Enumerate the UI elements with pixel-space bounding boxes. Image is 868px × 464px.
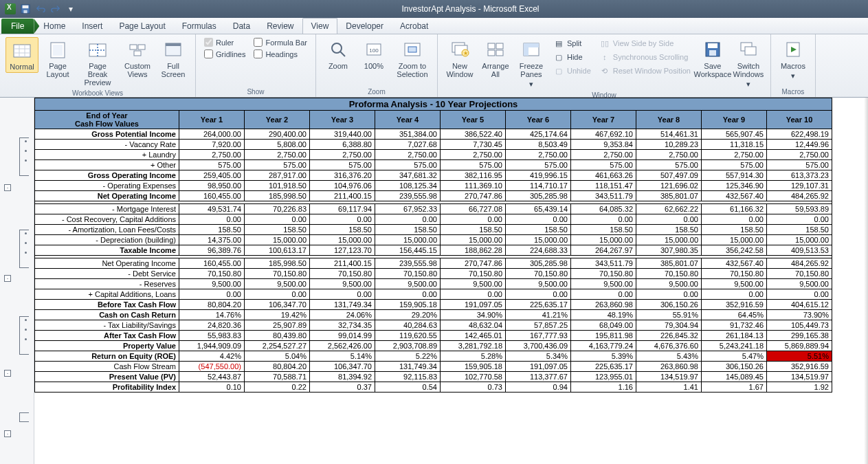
- custom-views-button[interactable]: Custom Views: [121, 37, 154, 80]
- hide-button[interactable]: ▢Hide: [550, 51, 594, 63]
- group-window: ★ New Window Arrange All Freeze Panes ▾ …: [438, 34, 771, 97]
- svg-rect-36: [708, 43, 717, 48]
- view-side-by-side-button[interactable]: ▯▯View Side by Side: [597, 37, 693, 49]
- save-workspace-button[interactable]: Save Workspace: [696, 37, 729, 80]
- reset-window-pos-button[interactable]: ⟲Reset Window Position: [597, 65, 693, 77]
- svg-rect-1: [23, 5, 29, 8]
- ribbon-tabs: File Home Insert Page Layout Formulas Da…: [0, 18, 868, 34]
- zoom-icon: [327, 38, 349, 60]
- ruler-checkbox[interactable]: Ruler: [201, 37, 248, 47]
- svg-rect-34: [524, 43, 528, 56]
- split-icon: ▤: [553, 38, 564, 49]
- reset-pos-icon: ⟲: [599, 65, 610, 76]
- zoom-100-icon: 100: [363, 38, 385, 60]
- sync-scroll-icon: ↕: [599, 52, 610, 63]
- svg-rect-9: [53, 45, 63, 56]
- group-show: Ruler Gridlines Formula Bar Headings Sho…: [196, 34, 316, 97]
- svg-rect-23: [408, 47, 416, 52]
- side-by-side-icon: ▯▯: [599, 38, 610, 49]
- switch-windows-button[interactable]: Switch Windows ▾: [732, 37, 765, 90]
- svg-rect-14: [138, 45, 145, 49]
- page-layout-icon: [47, 38, 69, 60]
- normal-view-icon: [11, 39, 33, 61]
- window-title: InvestorApt Analysis - Microsoft Excel: [77, 4, 864, 14]
- macros-button[interactable]: Macros ▾: [777, 37, 810, 82]
- svg-point-18: [332, 43, 342, 53]
- unhide-icon: ▢: [553, 65, 564, 76]
- tab-formulas[interactable]: Formulas: [174, 19, 225, 34]
- full-screen-button[interactable]: Full Screen: [157, 37, 190, 80]
- group-label: Zoom: [322, 87, 432, 96]
- undo-icon[interactable]: [34, 3, 47, 15]
- group-label: Window: [443, 90, 765, 98]
- normal-view-button[interactable]: Normal: [5, 37, 38, 73]
- formula-bar-checkbox[interactable]: Formula Bar: [251, 37, 310, 47]
- arrange-all-button[interactable]: Arrange All: [479, 37, 512, 80]
- custom-views-icon: [126, 38, 148, 60]
- svg-rect-37: [709, 50, 716, 56]
- group-label: Macros: [777, 87, 810, 96]
- freeze-panes-icon: [520, 38, 542, 60]
- svg-rect-15: [134, 51, 141, 56]
- gridlines-checkbox[interactable]: Gridlines: [201, 49, 248, 59]
- svg-rect-13: [130, 45, 137, 49]
- svg-rect-17: [166, 43, 181, 46]
- page-layout-button[interactable]: Page Layout: [41, 37, 74, 80]
- page-break-preview-button[interactable]: Page Break Preview: [77, 37, 118, 88]
- svg-rect-39: [745, 47, 756, 55]
- tab-data[interactable]: Data: [225, 19, 258, 34]
- save-workspace-icon: [702, 38, 724, 60]
- full-screen-icon: [162, 38, 184, 60]
- ribbon: Normal Page Layout Page Break Preview Cu…: [0, 34, 868, 98]
- file-tab[interactable]: File: [1, 19, 34, 34]
- svg-rect-28: [488, 43, 495, 49]
- headings-checkbox[interactable]: Headings: [251, 49, 310, 59]
- zoom-100-button[interactable]: 100 100%: [357, 37, 390, 71]
- tab-page-layout[interactable]: Page Layout: [111, 19, 173, 34]
- macros-icon: [782, 38, 804, 60]
- group-zoom: Zoom 100 100% Zoom to Selection Zoom: [316, 34, 438, 97]
- new-window-button[interactable]: ★ New Window: [443, 37, 476, 80]
- sync-scroll-button[interactable]: ↕Synchronous Scrolling: [597, 51, 693, 63]
- unhide-button[interactable]: ▢Unhide: [550, 65, 594, 77]
- redo-icon[interactable]: [49, 3, 62, 15]
- chevron-down-icon: ▾: [746, 80, 750, 89]
- tab-home[interactable]: Home: [35, 19, 74, 34]
- group-label: Show: [201, 87, 310, 96]
- quick-access-toolbar: ▾: [4, 3, 77, 15]
- svg-line-19: [340, 52, 345, 56]
- svg-rect-29: [496, 43, 503, 49]
- tab-review[interactable]: Review: [258, 19, 302, 34]
- hide-icon: ▢: [553, 52, 564, 63]
- freeze-panes-button[interactable]: Freeze Panes ▾: [515, 37, 548, 90]
- zoom-selection-button[interactable]: Zoom to Selection: [393, 37, 432, 80]
- tab-insert[interactable]: Insert: [74, 19, 111, 34]
- zoom-button[interactable]: Zoom: [322, 37, 355, 71]
- chevron-down-icon: ▾: [529, 80, 533, 89]
- title-bar: ▾ InvestorApt Analysis - Microsoft Excel: [0, 0, 868, 18]
- new-window-icon: ★: [449, 38, 471, 60]
- svg-rect-31: [496, 50, 503, 56]
- tab-acrobat[interactable]: Acrobat: [392, 19, 436, 34]
- app-icon[interactable]: [4, 3, 16, 15]
- switch-windows-icon: [737, 38, 759, 60]
- group-label: Workbook Views: [5, 88, 190, 97]
- arrange-all-icon: [485, 38, 507, 60]
- tab-view[interactable]: View: [302, 18, 338, 34]
- svg-rect-30: [488, 50, 495, 56]
- group-workbook-views: Normal Page Layout Page Break Preview Cu…: [0, 34, 196, 97]
- qat-dropdown-icon[interactable]: ▾: [65, 3, 77, 15]
- svg-rect-3: [14, 45, 30, 57]
- save-icon[interactable]: [19, 3, 32, 15]
- split-button[interactable]: ▤Split: [550, 37, 594, 49]
- zoom-selection-icon: [401, 38, 423, 60]
- page-break-icon: [87, 38, 109, 60]
- chevron-down-icon: ▾: [791, 71, 795, 80]
- tab-developer[interactable]: Developer: [337, 19, 392, 34]
- group-macros: Macros ▾ Macros: [771, 34, 816, 97]
- svg-text:★: ★: [463, 50, 467, 56]
- svg-text:100: 100: [369, 47, 379, 54]
- svg-rect-2: [23, 10, 27, 13]
